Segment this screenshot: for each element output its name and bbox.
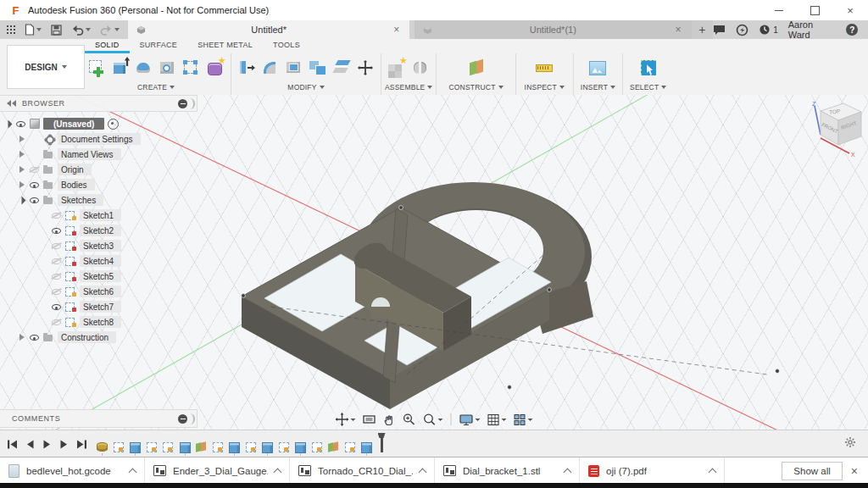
timeline-feature-sketch-icon[interactable]	[245, 439, 257, 453]
timeline-feature-sketch-icon[interactable]	[344, 439, 356, 453]
tab-close-icon[interactable]: ×	[673, 24, 682, 36]
browser-item-sketch8[interactable]: Sketch8	[0, 314, 198, 330]
chevron-up-icon[interactable]	[709, 469, 717, 477]
timeline-play-button[interactable]	[42, 439, 52, 450]
timeline-feature-extrude-icon[interactable]	[360, 439, 372, 453]
create-form-icon[interactable]	[203, 54, 227, 81]
browser-item-sketch2[interactable]: Sketch2	[0, 223, 198, 238]
activate-radio-icon[interactable]	[108, 119, 119, 130]
measure-icon[interactable]	[532, 54, 556, 81]
expand-arrow-icon[interactable]	[19, 166, 25, 173]
zoom-window-button[interactable]	[420, 412, 446, 427]
viewports-button[interactable]	[511, 413, 536, 427]
look-at-button[interactable]	[360, 413, 379, 426]
joint-icon[interactable]	[409, 54, 432, 81]
timeline-step-back-button[interactable]	[25, 439, 35, 450]
visibility-eye-icon[interactable]	[51, 302, 62, 312]
orbit-button[interactable]	[333, 412, 359, 427]
comments-header[interactable]: COMMENTS	[0, 409, 198, 428]
new-tab-button[interactable]: +	[692, 20, 714, 39]
minimize-button[interactable]	[761, 0, 797, 20]
visibility-eye-icon[interactable]	[15, 119, 26, 129]
timeline-feature-plane-icon[interactable]	[195, 439, 207, 453]
timeline-feature-extrude-icon[interactable]	[261, 439, 273, 453]
timeline-feature-sketch-icon[interactable]	[146, 439, 158, 453]
timeline-skip-start-button[interactable]	[7, 439, 18, 450]
timeline-feature-plane-icon[interactable]	[327, 439, 339, 453]
redo-button[interactable]	[100, 25, 120, 36]
expand-arrow-icon[interactable]	[19, 197, 25, 203]
downloads-close-icon[interactable]: ×	[851, 464, 858, 478]
visibility-eye-icon[interactable]	[51, 286, 62, 297]
move-copy-icon[interactable]	[353, 54, 377, 81]
visibility-eye-icon[interactable]	[51, 210, 62, 220]
timeline-feature-base-icon[interactable]	[96, 439, 108, 453]
visibility-eye-icon[interactable]	[29, 180, 40, 190]
browser-item-document-settings[interactable]: Document Settings	[0, 131, 198, 147]
split-body-icon[interactable]	[330, 54, 353, 81]
tab-close-icon[interactable]: ×	[392, 24, 401, 36]
ribbon-tab-surface[interactable]: SURFACE	[130, 39, 188, 53]
chevron-up-icon[interactable]	[564, 469, 572, 477]
group-label-modify[interactable]: MODIFY	[287, 83, 324, 92]
download-item[interactable]: Ender_3_Dial_Gauge....stl	[145, 458, 290, 484]
help-button[interactable]: ?	[846, 24, 858, 36]
browser-header[interactable]: BROWSER	[0, 95, 198, 112]
chevron-up-icon[interactable]	[274, 469, 282, 477]
document-tab-2[interactable]: Untitled*(1) ×	[415, 20, 691, 39]
timeline-feature-sketch-icon[interactable]	[162, 439, 174, 453]
timeline-feature-extrude-icon[interactable]	[129, 439, 141, 453]
maximize-button[interactable]	[797, 0, 832, 20]
comments-button[interactable]	[713, 25, 726, 36]
group-label-select[interactable]: SELECT	[630, 83, 666, 92]
pattern-icon[interactable]	[180, 54, 203, 81]
construction-plane-icon[interactable]	[465, 54, 488, 81]
timeline-feature-sketch-icon[interactable]	[311, 439, 323, 453]
document-tab-1[interactable]: Untitled* ×	[128, 20, 409, 39]
timeline-feature-extrude-icon[interactable]	[179, 439, 191, 453]
new-component-icon[interactable]	[385, 54, 409, 81]
visibility-eye-icon[interactable]	[51, 225, 62, 236]
show-all-downloads-button[interactable]: Show all	[782, 462, 842, 480]
panel-flyout-handle[interactable]	[190, 413, 195, 424]
timeline-playhead[interactable]	[378, 433, 387, 453]
visibility-eye-icon[interactable]	[51, 241, 62, 251]
chevron-up-icon[interactable]	[419, 469, 427, 477]
zoom-button[interactable]	[400, 412, 419, 427]
timeline-skip-end-button[interactable]	[76, 439, 87, 450]
file-menu-button[interactable]	[25, 24, 42, 36]
panel-options-icon[interactable]	[178, 414, 187, 424]
timeline-step-forward-button[interactable]	[59, 439, 69, 450]
expand-arrow-icon[interactable]	[19, 181, 25, 188]
browser-item-sketch1[interactable]: Sketch1	[0, 208, 198, 223]
dial-bracket-model[interactable]	[242, 182, 780, 409]
expand-arrow-icon[interactable]	[19, 136, 25, 142]
collapse-panel-icon[interactable]	[7, 100, 17, 107]
app-menu-button[interactable]	[7, 25, 15, 34]
visibility-eye-icon[interactable]	[51, 317, 62, 327]
panel-options-icon[interactable]	[178, 99, 187, 108]
create-sketch-icon[interactable]	[85, 54, 108, 81]
ribbon-tab-sheet-metal[interactable]: SHEET METAL	[187, 39, 263, 53]
browser-item-sketch6[interactable]: Sketch6	[0, 284, 198, 299]
visibility-eye-icon[interactable]	[29, 195, 40, 205]
group-label-inspect[interactable]: INSPECT	[525, 83, 565, 92]
shell-icon[interactable]	[282, 54, 306, 81]
browser-item-sketch5[interactable]: Sketch5	[0, 269, 198, 284]
viewport-3d[interactable]: BROWSER (Unsaved)Document SettingsNamed …	[0, 95, 868, 430]
download-item[interactable]: bedlevel_hot.gcode	[0, 458, 145, 484]
timeline-settings-button[interactable]	[844, 436, 856, 452]
save-button[interactable]	[51, 25, 62, 36]
timeline-feature-sketch-icon[interactable]	[113, 439, 125, 453]
group-label-insert[interactable]: INSERT	[581, 83, 615, 92]
job-status-button[interactable]	[736, 24, 748, 36]
download-item[interactable]: oji (7).pdf	[580, 458, 725, 484]
view-cube[interactable]: Z X TOP FRONT RIGHT	[795, 97, 866, 160]
visibility-eye-icon[interactable]	[29, 332, 40, 342]
group-label-construct[interactable]: CONSTRUCT	[448, 83, 503, 92]
revolve-icon[interactable]	[132, 54, 156, 81]
undo-button[interactable]	[71, 25, 91, 36]
expand-arrow-icon[interactable]	[19, 334, 25, 341]
browser-item-origin[interactable]: Origin	[0, 162, 198, 177]
user-name[interactable]: Aaron Ward	[788, 19, 837, 40]
